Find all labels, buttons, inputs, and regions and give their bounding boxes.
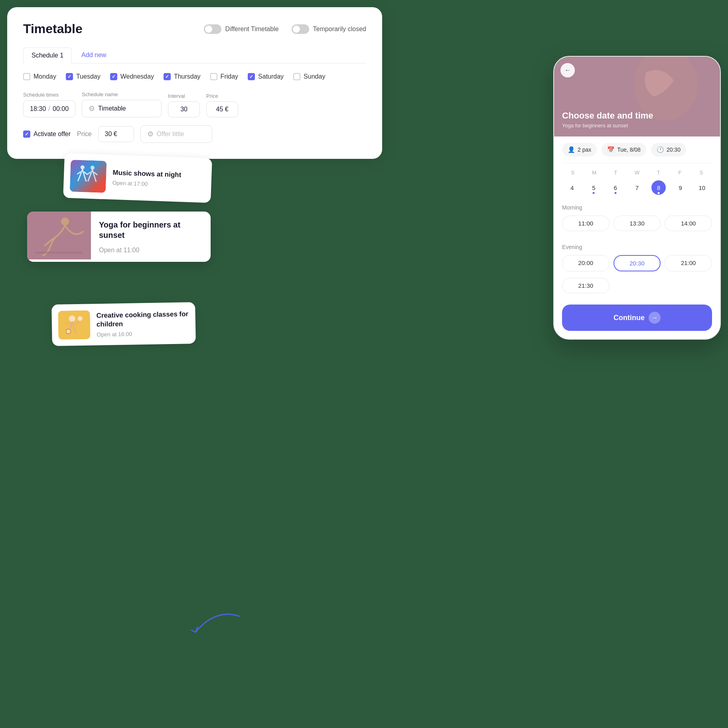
toggle-closed-item: Temporarily closed xyxy=(292,24,366,34)
price-label: Price xyxy=(206,93,238,99)
continue-arrow-icon: → xyxy=(649,312,661,324)
cal-date-9[interactable]: 9 xyxy=(673,180,688,195)
time-value: 20:30 xyxy=(667,146,681,153)
slot-21-30[interactable]: 21:30 xyxy=(562,278,610,293)
card-title-music: Music shows at night xyxy=(112,168,205,180)
offer-title-placeholder: Offer tittle xyxy=(157,131,184,138)
day-thursday: Thursday xyxy=(164,73,201,80)
schedule-name-label: Schedule name xyxy=(82,91,162,97)
slot-20-30[interactable]: 20:30 xyxy=(614,255,661,271)
cal-date-10[interactable]: 10 xyxy=(695,180,709,195)
card-subtitle-yoga: Open at 11:00 xyxy=(99,247,203,254)
day-monday: Monday xyxy=(23,73,56,80)
cal-date-6[interactable]: 6 xyxy=(608,180,623,195)
evening-section: Evening 20:00 20:30 21:00 21:30 xyxy=(562,241,712,297)
date-value: Tue, 8/08 xyxy=(617,146,641,153)
pax-icon: 👤 xyxy=(568,146,575,153)
timetable-title: Timetable xyxy=(23,22,83,36)
cal-day-s1: S xyxy=(562,170,584,176)
card-title-yoga: Yoga for beginners at sunset xyxy=(99,220,203,240)
toggle-different-label: Different Timetable xyxy=(225,26,279,33)
day-tuesday: Tuesday xyxy=(66,73,101,80)
label-monday: Monday xyxy=(34,73,56,80)
phone-back-button[interactable]: ← xyxy=(560,63,575,77)
day-friday: Friday xyxy=(210,73,238,80)
toggle-different-switch[interactable] xyxy=(204,24,221,34)
label-wednesday: Wednesday xyxy=(120,73,154,80)
activity-card-music[interactable]: Music shows at night Open at 17:00 xyxy=(63,153,212,203)
phone-hero-text: Choose date and time Yoga for beginners … xyxy=(562,111,653,129)
card-info-cooking: Creative cooking classes for children Op… xyxy=(96,310,189,338)
card-title-cooking: Creative cooking classes for children xyxy=(96,310,189,329)
phone-hero: ← Choose date and time Yoga for beginner… xyxy=(554,57,720,136)
activate-offer-checkbox[interactable] xyxy=(23,131,30,138)
slot-21-00[interactable]: 21:00 xyxy=(665,255,712,271)
offer-price-value[interactable]: 30 € xyxy=(98,126,134,142)
evening-label: Evening xyxy=(562,244,712,250)
tab-schedule1[interactable]: Schedule 1 xyxy=(23,47,72,63)
offer-row: Activate offer Price 30 € ⚙ Offer tittle xyxy=(23,125,366,143)
cal-day-w: W xyxy=(626,170,648,176)
field-interval: Interval 30 xyxy=(168,93,200,117)
evening-slots-grid: 20:00 20:30 21:00 xyxy=(562,255,712,271)
offer-price-label: Price xyxy=(77,131,91,138)
slot-20-00[interactable]: 20:00 xyxy=(562,255,610,271)
booking-info-row: 👤 2 pax 📅 Tue, 8/08 🕐 20:30 xyxy=(562,136,712,163)
slot-11-00[interactable]: 11:00 xyxy=(562,216,610,231)
slot-14-00[interactable]: 14:00 xyxy=(665,216,712,231)
schedule-name-field[interactable]: ⚙ Timetable xyxy=(82,100,162,117)
card-thumb-cooking xyxy=(58,310,90,339)
cal-date-7[interactable]: 7 xyxy=(630,180,644,195)
cal-date-8[interactable]: 8 xyxy=(651,180,666,195)
checkbox-friday[interactable] xyxy=(210,73,217,80)
svg-rect-5 xyxy=(58,310,90,339)
label-friday: Friday xyxy=(221,73,238,80)
cooking-bg xyxy=(58,310,90,339)
svg-point-3 xyxy=(61,218,69,226)
checkbox-wednesday[interactable] xyxy=(110,73,117,80)
booking-chip-time[interactable]: 🕐 20:30 xyxy=(651,143,686,156)
cooking-figure xyxy=(58,310,90,339)
time-end-value: 00:00 xyxy=(53,105,69,113)
slot-13-30[interactable]: 13:30 xyxy=(614,216,661,231)
offer-title-field[interactable]: ⚙ Offer tittle xyxy=(140,125,212,143)
timetable-header: Timetable Different Timetable Temporaril… xyxy=(23,22,366,36)
cal-day-t2: T xyxy=(648,170,669,176)
time-separator: / xyxy=(48,105,50,113)
checkbox-saturday[interactable] xyxy=(248,73,255,80)
phone-hero-subtitle: Yoga for beginners at sunset xyxy=(562,123,653,129)
toggle-closed-switch[interactable] xyxy=(292,24,309,34)
continue-button[interactable]: Continue → xyxy=(562,305,712,331)
yoga-bg xyxy=(27,212,91,259)
arrow-decoration xyxy=(176,600,255,640)
checkbox-monday[interactable] xyxy=(23,73,30,80)
toggle-closed-label: Temporarily closed xyxy=(313,26,366,33)
cal-date-4[interactable]: 4 xyxy=(565,180,579,195)
cal-dates-row: 4 5 6 7 8 9 10 xyxy=(562,180,712,195)
booking-chip-pax[interactable]: 👤 2 pax xyxy=(562,143,597,156)
time-start-value: 18:30 xyxy=(30,105,46,113)
morning-slots-grid: 11:00 13:30 14:00 xyxy=(562,216,712,231)
activity-card-yoga[interactable]: Yoga for beginners at sunset Open at 11:… xyxy=(27,212,211,262)
interval-value[interactable]: 30 xyxy=(168,101,200,117)
cal-date-5[interactable]: 5 xyxy=(586,180,601,195)
label-thursday: Thursday xyxy=(174,73,201,80)
price-value[interactable]: 45 € xyxy=(206,101,238,117)
booking-chip-date[interactable]: 📅 Tue, 8/08 xyxy=(602,143,646,156)
tab-add-new[interactable]: Add new xyxy=(73,47,114,63)
cal-days-header: S M T W T F S xyxy=(562,170,712,176)
phone-mockup: ← Choose date and time Yoga for beginner… xyxy=(553,56,721,340)
checkbox-sunday[interactable] xyxy=(293,73,300,80)
activate-offer-label: Activate offer xyxy=(23,131,71,138)
day-saturday: Saturday xyxy=(248,73,284,80)
yoga-figure xyxy=(27,212,91,259)
field-price: Price 45 € xyxy=(206,93,238,117)
activity-card-cooking[interactable]: Creative cooking classes for children Op… xyxy=(51,302,196,346)
morning-label: Morning xyxy=(562,204,712,211)
card-info-music: Music shows at night Open at 17:00 xyxy=(112,168,205,189)
checkbox-thursday[interactable] xyxy=(164,73,171,80)
toggle-group: Different Timetable Temporarily closed xyxy=(204,24,366,34)
time-start-end[interactable]: 18:30 / 00:00 xyxy=(23,100,75,117)
checkbox-tuesday[interactable] xyxy=(66,73,73,80)
field-schedule-times: Schedule times 18:30 / 00:00 xyxy=(23,92,75,117)
